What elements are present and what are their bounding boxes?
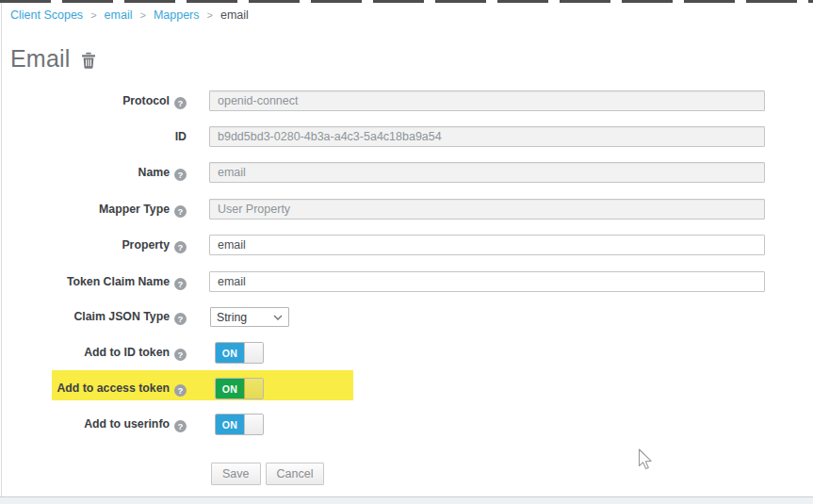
protocol-label: Protocol? <box>0 90 187 111</box>
toggle-handle <box>244 415 263 434</box>
add-to-id-token-label: Add to ID token? <box>0 342 187 364</box>
breadcrumb-separator: > <box>207 9 213 21</box>
property-input[interactable] <box>209 235 765 255</box>
help-icon[interactable]: ? <box>174 313 187 325</box>
page-header: Email <box>10 45 96 73</box>
help-icon[interactable]: ? <box>174 278 187 290</box>
breadcrumb-client-scopes[interactable]: Client Scopes <box>10 8 83 22</box>
mapper-detail-page: Client Scopes > email > Mappers > email … <box>0 0 813 504</box>
clipped-navbar-edge <box>0 0 813 3</box>
token-claim-name-input[interactable] <box>209 271 765 292</box>
mapper-type-label: Mapper Type? <box>0 199 187 219</box>
breadcrumb-current-email: email <box>220 8 249 22</box>
token-claim-name-label: Token Claim Name? <box>0 271 187 292</box>
id-label: ID <box>0 126 187 147</box>
claim-json-type-select[interactable]: String <box>210 307 289 327</box>
selected-option: String <box>217 311 247 324</box>
add-to-userinfo-toggle[interactable]: ON <box>215 414 264 435</box>
help-icon[interactable]: ? <box>174 384 187 397</box>
name-label: Name? <box>0 162 187 183</box>
breadcrumb-email-scope[interactable]: email <box>105 8 133 22</box>
chevron-down-icon <box>273 315 283 320</box>
form-actions: Save Cancel <box>211 463 329 485</box>
property-label: Property? <box>0 235 187 255</box>
help-icon[interactable]: ? <box>174 169 187 181</box>
add-to-id-token-toggle[interactable]: ON <box>215 342 264 364</box>
protocol-input <box>209 90 765 111</box>
add-to-access-token-toggle[interactable]: ON <box>215 378 264 399</box>
help-icon[interactable]: ? <box>174 420 187 432</box>
toggle-handle <box>244 343 263 363</box>
toggle-on-label: ON <box>216 415 244 434</box>
page-title: Email <box>10 45 71 73</box>
toggle-on-label: ON <box>216 379 244 398</box>
help-icon[interactable]: ? <box>174 241 187 253</box>
breadcrumb-mappers[interactable]: Mappers <box>154 8 200 22</box>
name-input <box>209 162 765 183</box>
breadcrumb-separator: > <box>139 9 145 21</box>
help-icon[interactable]: ? <box>174 205 187 218</box>
toggle-on-label: ON <box>216 343 244 363</box>
help-icon[interactable]: ? <box>174 349 187 361</box>
breadcrumb-separator: > <box>90 9 96 21</box>
claim-json-type-label: Claim JSON Type? <box>0 307 187 327</box>
horizontal-scrollbar[interactable] <box>0 496 813 504</box>
id-input <box>209 126 765 147</box>
save-button[interactable]: Save <box>211 463 261 485</box>
help-icon[interactable]: ? <box>174 97 187 109</box>
mapper-type-input <box>209 199 765 219</box>
add-to-userinfo-label: Add to userinfo? <box>0 414 187 435</box>
breadcrumb: Client Scopes > email > Mappers > email <box>10 8 249 22</box>
mouse-cursor-icon <box>638 448 655 475</box>
toggle-handle <box>244 379 263 398</box>
add-to-access-token-label: Add to access token? <box>0 378 187 399</box>
cancel-button[interactable]: Cancel <box>266 463 325 485</box>
trash-icon[interactable] <box>81 52 96 69</box>
